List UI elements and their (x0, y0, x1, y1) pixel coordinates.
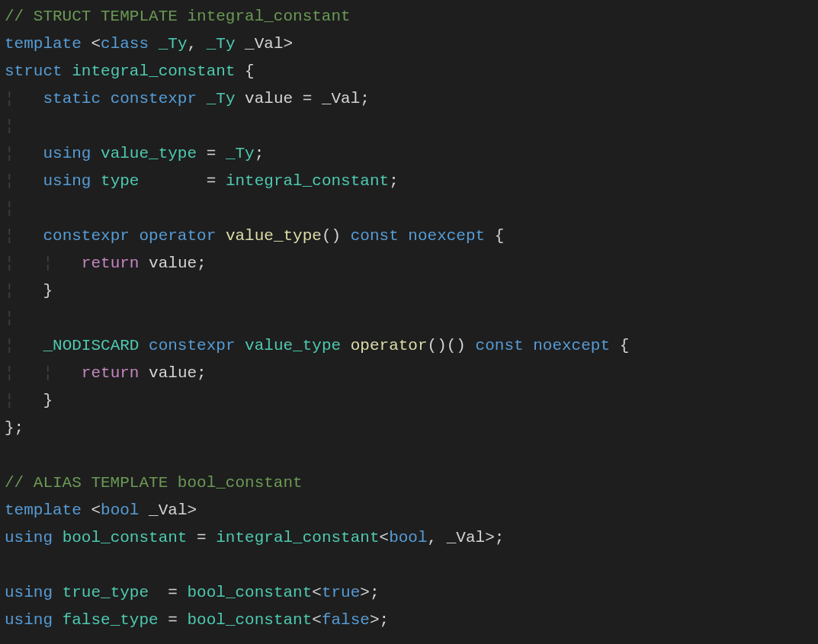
code-token (235, 337, 245, 354)
code-token: ¦ (5, 145, 14, 162)
code-token: value_type (245, 337, 341, 354)
code-token: = (197, 145, 226, 162)
code-token: template (5, 501, 82, 519)
code-token: bool_constant (63, 529, 188, 546)
code-token: } (14, 282, 53, 300)
code-token: < (82, 501, 101, 519)
code-token: _Val> (236, 35, 294, 53)
code-token: ¦ (5, 227, 14, 245)
code-token (53, 255, 82, 272)
code-token (101, 90, 111, 107)
code-token (14, 90, 43, 107)
code-token: return (82, 255, 140, 272)
code-token: ()() (428, 337, 476, 354)
code-token (341, 337, 351, 354)
code-token (524, 337, 534, 354)
code-token: // ALIAS TEMPLATE bool_constant (5, 474, 303, 492)
code-token: template (5, 35, 82, 53)
code-token (130, 227, 140, 245)
code-token: using (5, 584, 53, 601)
code-token (14, 145, 43, 162)
code-token (399, 227, 409, 245)
code-token (14, 255, 43, 272)
code-token: ¦ (5, 337, 14, 354)
code-token: ; (389, 172, 399, 190)
code-token: operator (139, 227, 216, 245)
code-token (53, 364, 82, 382)
code-token: () (322, 227, 351, 245)
code-token: operator (351, 337, 428, 354)
code-token: } (14, 392, 53, 409)
code-token: _Val> (139, 501, 197, 519)
code-token: = (149, 584, 187, 601)
code-token: bool_constant (187, 611, 312, 629)
code-token: true (322, 584, 360, 601)
code-token: noexcept (408, 227, 485, 245)
code-token: integral_constant (72, 62, 235, 80)
code-token: { (485, 227, 504, 245)
code-token: ¦ (5, 200, 14, 217)
code-token: false_type (63, 611, 159, 629)
code-token: ¦ (5, 117, 14, 135)
code-token (14, 172, 43, 190)
code-token: _Ty (226, 145, 255, 162)
code-token: { (235, 62, 254, 80)
code-token: = (139, 172, 225, 190)
code-token (53, 611, 63, 629)
code-token: constexpr (111, 90, 197, 107)
code-token: const (476, 337, 524, 354)
code-token: value = _Val; (236, 90, 370, 107)
code-token: _NODISCARD (43, 337, 139, 354)
code-token: constexpr (149, 337, 235, 354)
code-token (197, 90, 207, 107)
code-token: ¦ (5, 282, 14, 300)
code-token: , _Val>; (428, 529, 505, 546)
code-token: integral_constant (216, 529, 379, 546)
code-token: >; (360, 584, 379, 601)
code-token (216, 227, 226, 245)
code-token: ¦ (5, 172, 14, 190)
code-token (91, 172, 101, 190)
code-token (14, 227, 43, 245)
code-token (53, 529, 63, 546)
code-editor-content[interactable]: // STRUCT TEMPLATE integral_constant tem… (0, 0, 818, 634)
code-token: // STRUCT TEMPLATE integral_constant (5, 8, 351, 25)
code-token: < (312, 584, 322, 601)
code-token: integral_constant (226, 172, 389, 190)
code-token (63, 62, 72, 80)
code-token: value_type (101, 145, 197, 162)
code-token: ¦ (5, 364, 14, 382)
code-token (139, 337, 149, 354)
code-token: using (43, 145, 91, 162)
code-token (53, 584, 63, 601)
code-token (14, 364, 43, 382)
code-token: }; (5, 419, 24, 437)
code-token: type (101, 172, 139, 190)
code-token: _Ty (207, 90, 236, 107)
code-token: ¦ (5, 255, 14, 272)
code-token: const (351, 227, 399, 245)
code-token: noexcept (533, 337, 610, 354)
code-token: using (5, 529, 53, 546)
code-token: >; (370, 611, 389, 629)
code-token (14, 337, 43, 354)
code-token: _Ty (159, 35, 188, 53)
code-token: < (380, 529, 390, 546)
code-token: < (82, 35, 101, 53)
code-token (91, 145, 101, 162)
code-token: ¦ (5, 392, 14, 409)
code-token: false (322, 611, 370, 629)
code-token (149, 35, 159, 53)
code-token: using (5, 611, 53, 629)
code-token: constexpr (43, 227, 129, 245)
code-token: value_type (226, 227, 322, 245)
code-token: ¦ (43, 364, 53, 382)
code-token: value; (139, 364, 206, 382)
code-token: class (101, 35, 149, 53)
code-token: struct (5, 62, 63, 80)
code-token: return (82, 364, 140, 382)
code-token: ¦ (5, 90, 14, 107)
code-token: ¦ (5, 309, 14, 327)
code-token: ¦ (43, 255, 53, 272)
code-token: bool (101, 501, 139, 519)
